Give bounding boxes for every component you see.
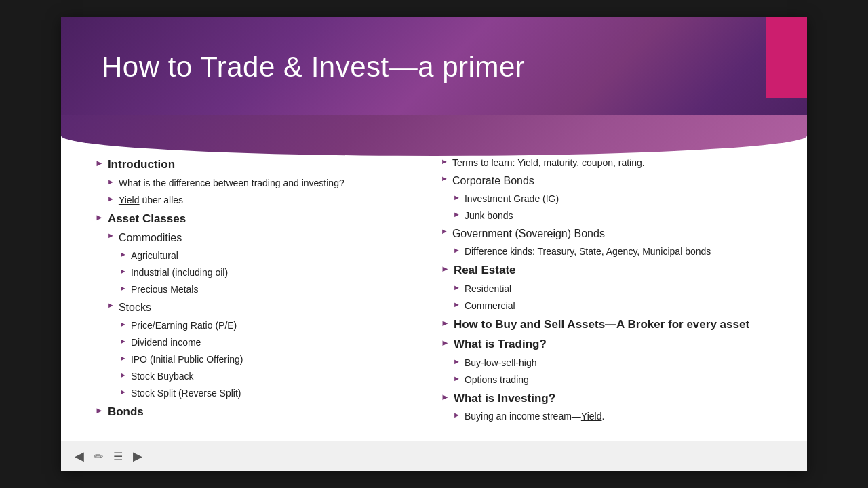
list-item: ► IPO (Initial Public Offering) xyxy=(119,352,427,367)
bullet-label: Dividend income xyxy=(131,336,201,350)
slide: How to Trade & Invest—a primer ► Introdu… xyxy=(61,17,807,471)
list-item: ► How to Buy and Sell Assets—A Broker fo… xyxy=(441,316,773,333)
list-item: ► Agricultural xyxy=(119,249,427,263)
bullet-arrow-icon: ► xyxy=(441,174,448,182)
bullet-arrow-icon: ► xyxy=(441,392,450,402)
bullet-arrow-icon: ► xyxy=(441,318,450,328)
bullet-arrow-icon: ► xyxy=(107,231,115,239)
list-item: ► Stock Buyback xyxy=(119,369,427,384)
prev-button[interactable]: ◀ xyxy=(75,449,84,464)
right-column: ► Terms to learn: Yield, maturity, coupo… xyxy=(441,156,773,426)
title-text: How to Trade & Invest—a primer xyxy=(102,51,525,83)
bullet-arrow-icon: ► xyxy=(119,337,127,345)
bullet-arrow-icon: ► xyxy=(119,354,127,362)
list-item: ► Dividend income xyxy=(119,336,427,350)
bullet-label: Residential xyxy=(465,282,511,296)
list-item: ► Government (Sovereign) Bonds xyxy=(441,226,773,242)
bullet-label: How to Buy and Sell Assets—A Broker for … xyxy=(454,316,749,333)
list-item: ► Price/Earning Ratio (P/E) xyxy=(119,319,427,333)
list-item: ► Buy-low-sell-high xyxy=(453,356,773,370)
bullet-arrow-icon: ► xyxy=(441,338,450,348)
list-item: ► Options trading xyxy=(453,373,773,387)
bullet-arrow-icon: ► xyxy=(95,212,104,222)
slide-header: How to Trade & Invest—a primer xyxy=(61,17,807,136)
list-item: ► Stocks xyxy=(107,300,427,316)
nav-bar: ◀ ✏ ☰ ▶ xyxy=(61,441,807,471)
left-column: ► Introduction ► What is the difference … xyxy=(95,156,427,426)
bullet-label: Yield über alles xyxy=(119,193,183,207)
bullet-label: Real Estate xyxy=(454,262,516,279)
bullet-arrow-icon: ► xyxy=(107,301,115,309)
slide-title: How to Trade & Invest—a primer xyxy=(61,17,807,83)
header-wave xyxy=(61,115,807,156)
bullet-arrow-icon: ► xyxy=(119,371,127,379)
bullet-label: Options trading xyxy=(465,373,529,387)
bullet-arrow-icon: ► xyxy=(107,178,115,186)
list-item: ► What is Investing? xyxy=(441,390,773,407)
bullet-label: Industrial (including oil) xyxy=(131,266,228,280)
bullet-arrow-icon: ► xyxy=(453,374,460,382)
list-item: ► Terms to learn: Yield, maturity, coupo… xyxy=(441,156,773,170)
bullet-label: Commodities xyxy=(119,230,182,246)
slide-content: ► Introduction ► What is the difference … xyxy=(61,149,807,433)
bullet-arrow-icon: ► xyxy=(119,284,127,292)
list-item: ► Bonds xyxy=(95,403,427,421)
bullet-label: Asset Classes xyxy=(108,210,186,228)
list-item: ► Asset Classes xyxy=(95,210,427,228)
bullet-arrow-icon: ► xyxy=(119,250,127,258)
list-item: ► Buying an income stream—Yield. xyxy=(453,409,773,424)
bullet-label: What is Investing? xyxy=(454,390,555,407)
next-button[interactable]: ▶ xyxy=(133,449,142,464)
bullet-arrow-icon: ► xyxy=(95,158,104,168)
bullet-label: Price/Earning Ratio (P/E) xyxy=(131,319,237,333)
bullet-label: Buying an income stream—Yield. xyxy=(465,409,604,424)
bullet-arrow-icon: ► xyxy=(453,411,460,419)
pink-accent xyxy=(766,17,807,98)
bullet-arrow-icon: ► xyxy=(441,227,448,235)
bullet-arrow-icon: ► xyxy=(453,300,460,308)
bullet-label: What is the difference between trading a… xyxy=(119,176,344,190)
list-item: ► Real Estate xyxy=(441,262,773,279)
list-item: ► What is Trading? xyxy=(441,336,773,353)
bullet-label: Commercial xyxy=(465,299,515,313)
list-item: ► Difference kinds: Treasury, State, Age… xyxy=(453,245,773,259)
bullet-label: What is Trading? xyxy=(454,336,547,353)
list-item: ► Investment Grade (IG) xyxy=(453,192,773,206)
list-item: ► Precious Metals xyxy=(119,283,427,297)
bullet-label: Terms to learn: Yield, maturity, coupon,… xyxy=(452,156,645,170)
bullet-label: Stock Buyback xyxy=(131,369,194,384)
bullet-arrow-icon: ► xyxy=(453,193,460,201)
bullet-arrow-icon: ► xyxy=(453,357,460,365)
bullet-label: Stock Split (Reverse Split) xyxy=(131,386,241,401)
bullet-arrow-icon: ► xyxy=(453,246,460,254)
list-item: ► Commodities xyxy=(107,230,427,246)
bullet-arrow-icon: ► xyxy=(107,195,115,203)
bullet-arrow-icon: ► xyxy=(453,283,460,291)
edit-button[interactable]: ✏ xyxy=(94,450,103,463)
bullet-arrow-icon: ► xyxy=(119,388,127,396)
bullet-arrow-icon: ► xyxy=(119,320,127,328)
bullet-label: Bonds xyxy=(108,403,144,421)
bullet-arrow-icon: ► xyxy=(441,264,450,274)
list-button[interactable]: ☰ xyxy=(113,450,123,463)
bullet-label: Government (Sovereign) Bonds xyxy=(452,226,605,242)
bullet-label: Introduction xyxy=(108,156,175,174)
bullet-label: Stocks xyxy=(119,300,151,316)
list-item: ► Corporate Bonds xyxy=(441,173,773,189)
list-item: ► Yield über alles xyxy=(107,193,427,207)
bullet-label: Investment Grade (IG) xyxy=(465,192,559,206)
bullet-label: Agricultural xyxy=(131,249,178,263)
list-item: ► Residential xyxy=(453,282,773,296)
list-item: ► What is the difference between trading… xyxy=(107,176,427,190)
bullet-arrow-icon: ► xyxy=(453,210,460,218)
bullet-label: Corporate Bonds xyxy=(452,173,534,189)
bullet-arrow-icon: ► xyxy=(119,267,127,275)
bullet-label: IPO (Initial Public Offering) xyxy=(131,352,243,367)
list-item: ► Stock Split (Reverse Split) xyxy=(119,386,427,401)
bullet-arrow-icon: ► xyxy=(441,157,448,165)
bullet-label: Precious Metals xyxy=(131,283,199,297)
list-item: ► Junk bonds xyxy=(453,209,773,223)
bullet-label: Junk bonds xyxy=(465,209,513,223)
bullet-label: Buy-low-sell-high xyxy=(465,356,537,370)
list-item: ► Industrial (including oil) xyxy=(119,266,427,280)
